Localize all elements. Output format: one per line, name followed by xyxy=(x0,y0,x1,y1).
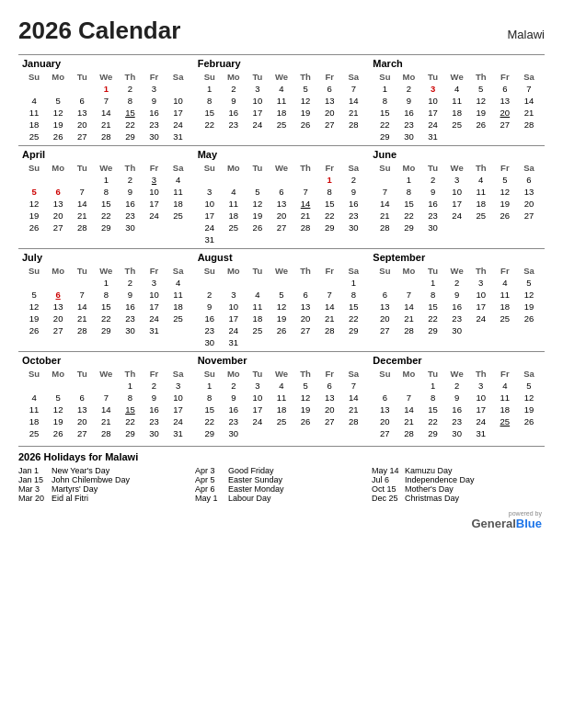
cal-day xyxy=(373,277,396,289)
cal-day: 27 xyxy=(493,119,517,131)
cal-day: 27 xyxy=(373,324,396,336)
cal-day: 20 xyxy=(317,107,341,119)
day-header: Mo xyxy=(396,368,420,380)
page-title: 2026 Calendar xyxy=(18,17,180,45)
cal-day xyxy=(341,336,365,348)
month-name: March xyxy=(373,58,541,69)
cal-day: 9 xyxy=(445,392,469,404)
cal-day: 17 xyxy=(421,107,445,119)
cal-day: 30 xyxy=(118,222,142,233)
month-name: October xyxy=(22,355,190,366)
month-block-july: JulySuMoTuWeThFrSa1234567891011121314151… xyxy=(18,248,194,351)
cal-day: 25 xyxy=(445,119,469,131)
cal-day: 7 xyxy=(341,83,365,95)
day-header: Th xyxy=(293,71,317,83)
cal-day: 23 xyxy=(222,119,246,131)
day-header: Fr xyxy=(142,265,166,277)
cal-day: 1 xyxy=(421,277,445,289)
cal-day: 25 xyxy=(22,427,46,439)
day-header: Mo xyxy=(222,368,246,380)
month-block-april: AprilSuMoTuWeThFrSa123456789101112131415… xyxy=(18,145,194,248)
cal-day: 10 xyxy=(469,289,493,301)
cal-day: 14 xyxy=(517,95,541,107)
cal-day: 2 xyxy=(445,380,469,392)
cal-day: 10 xyxy=(445,186,469,198)
cal-day: 13 xyxy=(270,198,293,210)
cal-day: 30 xyxy=(118,324,142,336)
cal-day: 19 xyxy=(22,313,46,324)
cal-day: 21 xyxy=(517,107,541,119)
month-name: December xyxy=(373,355,541,366)
cal-day: 22 xyxy=(421,415,445,427)
cal-table: SuMoTuWeThFrSa12345678910111213141516171… xyxy=(373,265,541,336)
holidays-title: 2026 Holidays for Malawi xyxy=(18,451,545,462)
cal-day: 31 xyxy=(469,427,493,439)
list-item: Apr 5Easter Sunday xyxy=(195,475,368,484)
holiday-date: Mar 20 xyxy=(18,494,48,503)
cal-day: 27 xyxy=(270,222,293,233)
cal-day: 10 xyxy=(222,301,246,313)
cal-day: 18 xyxy=(270,107,293,119)
cal-table: SuMoTuWeThFrSa12345678910111213141516171… xyxy=(373,368,541,439)
cal-day: 20 xyxy=(46,210,70,222)
cal-day xyxy=(70,380,94,392)
cal-day: 4 xyxy=(469,174,493,186)
cal-day: 2 xyxy=(142,380,166,392)
cal-day: 7 xyxy=(373,186,396,198)
cal-day: 11 xyxy=(22,107,46,119)
cal-day: 15 xyxy=(317,198,341,210)
cal-day: 24 xyxy=(246,415,270,427)
cal-day: 17 xyxy=(445,198,469,210)
cal-day: 18 xyxy=(167,198,190,210)
cal-day: 8 xyxy=(198,95,222,107)
cal-day: 13 xyxy=(373,301,396,313)
cal-day xyxy=(167,83,190,95)
list-item: Apr 3Good Friday xyxy=(195,466,368,475)
cal-day: 14 xyxy=(70,198,94,210)
cal-day: 31 xyxy=(421,131,445,142)
cal-day: 13 xyxy=(493,95,517,107)
holiday-name: Easter Monday xyxy=(228,484,284,494)
cal-day: 16 xyxy=(445,404,469,415)
cal-day: 12 xyxy=(469,95,493,107)
cal-day: 22 xyxy=(341,313,365,324)
cal-day: 22 xyxy=(198,415,222,427)
cal-day: 25 xyxy=(493,415,517,427)
cal-day: 4 xyxy=(246,289,270,301)
cal-day: 26 xyxy=(270,324,293,336)
powered-by-text: powered by xyxy=(509,510,542,517)
cal-day: 6 xyxy=(317,83,341,95)
cal-day: 4 xyxy=(167,277,190,289)
day-header: We xyxy=(94,265,118,277)
cal-day xyxy=(246,427,270,439)
month-block-august: AugustSuMoTuWeThFrSa12345678910111213141… xyxy=(194,248,370,351)
month-name: February xyxy=(198,58,366,69)
cal-day: 23 xyxy=(142,119,166,131)
holiday-name: Labour Day xyxy=(228,494,271,503)
cal-day: 16 xyxy=(222,404,246,415)
day-header: Tu xyxy=(246,368,270,380)
list-item: Jan 15John Chilembwe Day xyxy=(18,475,191,484)
month-block-december: DecemberSuMoTuWeThFrSa123456789101112131… xyxy=(369,351,545,442)
cal-day xyxy=(222,277,246,289)
holiday-date: Apr 5 xyxy=(195,475,224,484)
day-header: Fr xyxy=(142,162,166,174)
cal-day: 27 xyxy=(46,324,70,336)
cal-day xyxy=(94,380,118,392)
cal-day: 20 xyxy=(270,210,293,222)
cal-day xyxy=(293,336,317,348)
day-header: Tu xyxy=(246,162,270,174)
cal-table: SuMoTuWeThFrSa12345678910111213141516171… xyxy=(22,71,190,142)
cal-day: 23 xyxy=(341,210,365,222)
cal-day: 17 xyxy=(167,404,190,415)
list-item: Apr 6Easter Monday xyxy=(195,484,368,494)
cal-day: 13 xyxy=(293,301,317,313)
month-block-june: JuneSuMoTuWeThFrSa1234567891011121314151… xyxy=(369,145,545,248)
cal-day: 9 xyxy=(222,95,246,107)
cal-day: 19 xyxy=(293,404,317,415)
cal-day: 5 xyxy=(469,83,493,95)
cal-day: 3 xyxy=(246,380,270,392)
cal-day: 24 xyxy=(421,119,445,131)
cal-day xyxy=(469,222,493,233)
holiday-name: Independence Day xyxy=(405,475,475,484)
